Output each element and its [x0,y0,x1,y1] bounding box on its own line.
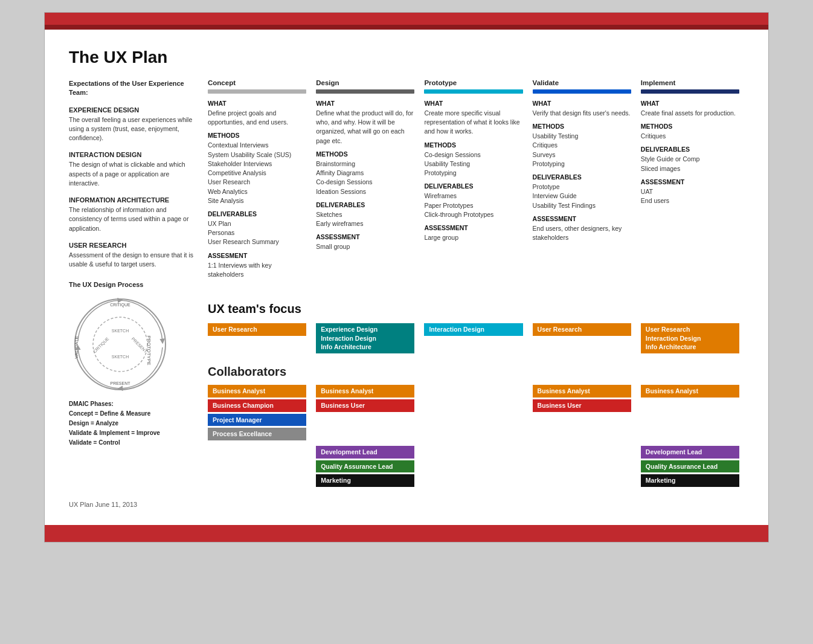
dmaic-line2: Design = Analyze [69,420,118,427]
prototype-assessment-label: ASSESSMENT [424,224,522,231]
concept-assessment-label: ASSESMENT [208,252,306,259]
focus-badge-concept-ur: User Research [208,323,306,336]
badge-design-mkt: Marketing [316,474,414,487]
phase-header-design: Design [316,79,414,86]
sidebar-ur-title: USER RESEARCH [69,242,196,249]
collab-col-design: Business Analyst Business User [311,385,419,442]
collaborators-section: Collaborators Business Analyst Business … [208,365,744,489]
main-title: The UX Plan [69,48,744,67]
dmaic-section: DMAIC Phases: Concept = Define & Measure… [69,399,196,448]
implement-methods-label: METHODS [641,123,739,130]
design-what-text: Define what the product will do, for who… [316,109,414,146]
phase-header-prototype: Prototype [424,79,522,86]
prototype-methods-text: Co-design SessionsUsability TestingProto… [424,150,522,178]
collab-col2-validate [528,446,636,489]
page-wrapper: The UX Plan Expectations of the User Exp… [44,12,769,543]
badge-validate-bu: Business User [533,399,631,412]
badge-validate-ba: Business Analyst [533,385,631,398]
phase-col-prototype: Prototype WHAT Create more specific visu… [419,79,527,284]
validate-methods-text: Usability TestingCritiquesSurveysPrototy… [533,132,631,169]
collab-col2-concept [208,446,311,489]
focus-badge-design: Experience DesignInteraction DesignInfo … [316,323,414,353]
badge-implement-mkt: Marketing [641,474,739,487]
implement-methods-text: Critiques [641,132,739,141]
focus-badge-validate: User Research [533,323,631,336]
design-process-section: The UX Design Process PROTOTYPE PRESENT [69,281,196,448]
badge-concept-ba: Business Analyst [208,385,306,398]
sidebar-ur-text: Assessment of the design to ensure that … [69,251,196,269]
dmaic-line1: Concept = Define & Measure [69,410,150,417]
collab-col2-prototype [419,446,527,489]
sidebar-section-interaction: INTERACTION DESIGN The design of what is… [69,151,196,188]
concept-deliverables-text: UX PlanPersonasUser Research Summary [208,219,306,247]
sidebar-section-ur: USER RESEARCH Assessment of the design t… [69,242,196,269]
badge-implement-ba: Business Analyst [641,385,739,398]
badge-design-dl: Development Lead [316,446,414,459]
validate-assessment-text: End users, other designers, key stakehol… [533,224,631,242]
prototype-what-label: WHAT [424,100,522,107]
concept-what-label: WHAT [208,100,306,107]
phase-col-implement: Implement WHAT Create final assets for p… [636,79,744,284]
validate-methods-label: METHODS [533,123,631,130]
svg-text:SKETCH: SKETCH [112,329,129,333]
badge-design-ba: Business Analyst [316,385,414,398]
implement-deliverables-text: Style Guide or CompSliced images [641,155,739,173]
focus-badge-prototype: Interaction Design [424,323,522,336]
concept-methods-text: Contextual InterviewsSystem Usability Sc… [208,141,306,205]
concept-assessment-text: 1:1 Interviews with key stakeholders [208,261,306,279]
implement-what-label: WHAT [641,100,739,107]
svg-text:CRITIQUE: CRITIQUE [110,303,130,308]
phase-header-concept: Concept [208,79,306,86]
sidebar-header: Expectations of the User Experience Team… [69,79,196,98]
implement-assessment-label: ASSESSMENT [641,178,739,185]
badge-design-bu: Business User [316,399,414,412]
focus-title: UX team's focus [208,302,744,316]
collab-row2: Development Lead Quality Assurance Lead … [208,446,744,489]
phase-bar-design [316,89,414,94]
phase-col-validate: Validate WHAT Verify that design fits us… [528,79,636,284]
focus-col-prototype: Interaction Design [419,323,527,355]
collab-row1: Business Analyst Business Champion Proje… [208,385,744,442]
concept-deliverables-label: DELIVERABLES [208,210,306,217]
badge-implement-qa: Quality Assurance Lead [641,460,739,473]
sidebar-ia-text: The relationship of information and cons… [69,205,196,233]
sidebar-int-text: The design of what is clickable and whic… [69,160,196,188]
svg-text:PRESENT: PRESENT [131,336,149,354]
dmaic-title: DMAIC Phases: [69,401,114,407]
validate-deliverables-text: PrototypeInterview GuideUsability Test F… [533,182,631,210]
circle-diagram: PROTOTYPE PRESENT VALIDATE CRITIQUE SKET… [69,293,172,396]
collab-col-concept: Business Analyst Business Champion Proje… [208,385,311,442]
sidebar-section-experience: EXPERIENCE DESIGN The overall feeling a … [69,106,196,143]
collab-col-validate: Business Analyst Business User [528,385,636,442]
concept-what-text: Define project goals and opportunties, a… [208,109,306,127]
prototype-assessment-text: Large group [424,233,522,242]
bottom-bar [45,525,768,542]
phase-bar-concept [208,89,306,94]
badge-concept-pm: Project Manager [208,414,306,427]
sidebar-section-ia: INFORMATION ARCHITECTURE The relationshi… [69,196,196,233]
design-assessment-text: Small group [316,242,414,251]
focus-col-concept: User Research [208,323,311,355]
validate-deliverables-label: DELIVERABLES [533,173,631,181]
top-bar [45,13,768,30]
design-deliverables-label: DELIVERABLES [316,201,414,208]
main-phases-area: Concept WHAT Define project goals and op… [208,79,744,489]
design-what-label: WHAT [316,100,414,107]
design-process-title: The UX Design Process [69,281,196,288]
implement-assessment-text: UATEnd users [641,187,739,205]
focus-badges-row: User Research Experience DesignInteracti… [208,323,744,355]
sidebar-int-title: INTERACTION DESIGN [69,151,196,158]
implement-what-text: Create final assets for production. [641,109,739,118]
svg-text:PRESENT: PRESENT [110,381,130,385]
focus-badge-implement: User ResearchInteraction DesignInfo Arch… [641,323,739,353]
phase-col-design: Design WHAT Define what the product will… [311,79,419,284]
footer-text: UX Plan June 11, 2013 [69,501,744,508]
collab-col2-implement: Development Lead Quality Assurance Lead … [636,446,744,489]
prototype-methods-label: METHODS [424,141,522,149]
focus-section: UX team's focus User Research Experience… [208,302,744,355]
badge-concept-bc: Business Champion [208,399,306,412]
phase-header-implement: Implement [641,79,739,86]
design-methods-label: METHODS [316,150,414,158]
two-col-layout: Expectations of the User Experience Team… [69,79,744,489]
prototype-deliverables-label: DELIVERABLES [424,182,522,190]
